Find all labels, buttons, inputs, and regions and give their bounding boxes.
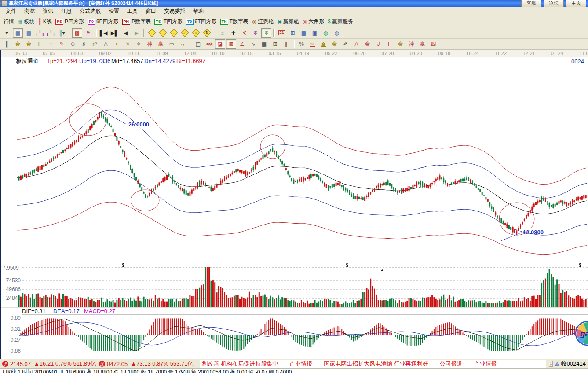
tool-gann-green-tool[interactable]: ❋ xyxy=(261,28,271,38)
menu-window[interactable]: 窗口 xyxy=(142,6,160,16)
draw-grid-tool[interactable]: ╫ xyxy=(2,39,12,49)
toolbar-winner-service[interactable]: $赢家服务 xyxy=(328,18,353,26)
draw-gold-grid[interactable]: 金 xyxy=(13,39,23,49)
draw-gold-line[interactable]: 金 xyxy=(329,39,340,49)
tool-first-page[interactable]: ▌◀ xyxy=(99,28,109,38)
tool-dia-right[interactable]: → xyxy=(158,28,168,38)
tool-next-bar[interactable]: ▶ xyxy=(131,28,142,38)
draw-fan-box[interactable]: ◪ xyxy=(215,39,225,49)
titlebar-button-forum[interactable]: 论坛 xyxy=(544,0,564,7)
menu-trade-entrust[interactable]: 交易委托 xyxy=(160,6,189,16)
draw-gold-red[interactable]: 金 xyxy=(362,39,373,49)
draw-a-lines[interactable]: A xyxy=(101,39,111,49)
toolbar-gann-wheel[interactable]: ◎江恩轮 xyxy=(252,18,274,26)
tool-bars-9[interactable]: ╻╹╷ xyxy=(46,28,56,38)
draw-star-burst[interactable]: ✳ xyxy=(123,39,133,49)
draw-si-angle[interactable]: 四 xyxy=(428,39,438,49)
toolbar-t-number-table[interactable]: TNT数字表 xyxy=(220,18,248,26)
menu-settings[interactable]: 设置 xyxy=(105,6,123,16)
tool-prev-bar[interactable]: ◀ xyxy=(121,28,131,38)
toolbar-winner-wheel[interactable]: ◉赢家轮 xyxy=(277,18,299,26)
draw-pen-red[interactable]: ✎ xyxy=(57,39,67,49)
toolbar-sectors[interactable]: ▦板块 xyxy=(18,18,34,26)
tool-net-refresh[interactable]: ◍ xyxy=(321,28,331,38)
tool-dia-v-shrink[interactable]: ⇅ xyxy=(202,28,212,38)
tool-dia-v-expand[interactable]: ↕ xyxy=(191,28,201,38)
toolbar-p-number-table[interactable]: PNP数字表 xyxy=(122,18,151,26)
draw-n-squared[interactable]: n² xyxy=(90,39,100,49)
draw-ying-tool[interactable]: 赢 xyxy=(156,39,166,49)
tool-notebook[interactable]: ▤ xyxy=(299,28,309,38)
chart-area[interactable]: 06-0307-0508-0309-0210-1111-0912-0801-10… xyxy=(0,50,588,359)
tool-quote-sheet[interactable]: ▤ xyxy=(24,28,34,38)
menu-formula-stock-picking[interactable]: 公式选股 xyxy=(76,6,105,16)
draw-ruler-125[interactable]: ▭ xyxy=(167,39,177,49)
spinner-down-icon[interactable]: ▾ xyxy=(550,364,551,366)
draw-star-box[interactable]: ❖ xyxy=(134,39,144,49)
tool-pattern-red[interactable]: ▩ xyxy=(72,28,82,38)
draw-wave-tool[interactable]: ∿ xyxy=(248,39,258,49)
stock-code-entry[interactable]: 收002414 xyxy=(561,360,586,368)
menu-tools[interactable]: 工具 xyxy=(123,6,142,16)
tool-bars-3[interactable]: ╷╹╻ xyxy=(35,28,45,38)
draw-j-angle[interactable]: J xyxy=(373,39,383,49)
draw-grid-numbered[interactable]: ⊞ xyxy=(270,39,280,49)
draw-shen-angle[interactable]: 神 xyxy=(406,39,416,49)
toolbar-kline[interactable]: ╫K线 xyxy=(38,18,52,26)
toolbar-p-square[interactable]: PSP四方形 xyxy=(55,18,84,26)
draw-gold-grid-2[interactable]: 金 xyxy=(24,39,34,49)
draw-brush-tool[interactable]: ✐ xyxy=(340,39,351,49)
menu-file[interactable]: 文件 xyxy=(2,6,20,16)
tool-dia-left[interactable]: ← xyxy=(147,28,157,38)
draw-fan-lines[interactable]: ⋘ xyxy=(204,39,214,49)
toolbar-quotes[interactable]: 行情 xyxy=(4,18,14,26)
tool-calculator[interactable]: ⊞ xyxy=(288,28,298,38)
menu-browse[interactable]: 浏览 xyxy=(20,6,39,16)
tool-flag-tool[interactable]: ⚑ xyxy=(83,28,93,38)
draw-target-tool[interactable]: ⌖ xyxy=(112,39,122,49)
menu-help[interactable]: 帮助 xyxy=(189,6,208,16)
tool-save[interactable]: ▣ xyxy=(310,28,320,38)
draw-compass-circle[interactable]: ⊕ xyxy=(68,39,78,49)
draw-angle-ray[interactable]: ∠ xyxy=(237,39,247,49)
toolbar-9p-square[interactable]: P99P四方形 xyxy=(88,18,119,26)
tool-window-pattern[interactable]: ▦ xyxy=(13,28,23,38)
draw-f-angle[interactable]: F xyxy=(384,39,394,49)
draw-percent-box[interactable]: % xyxy=(307,39,318,49)
draw-ying-angle[interactable]: 赢 xyxy=(417,39,427,49)
toolbar-t-square[interactable]: TST四方形 xyxy=(154,18,183,26)
tool-candle-style[interactable]: ║▾ xyxy=(57,28,67,38)
tool-crosshair-tool[interactable]: ✚ xyxy=(228,28,238,38)
tool-dia-h-expand[interactable]: ↔ xyxy=(169,28,179,38)
draw-gold-angle[interactable]: 金 xyxy=(395,39,405,49)
draw-spiral-tool[interactable]: ◔ xyxy=(46,39,56,49)
draw-grid-dense[interactable]: ▦ xyxy=(259,39,269,49)
draw-parallel-lines[interactable]: ∥ xyxy=(281,39,291,49)
tool-dia-h-shrink[interactable]: ⇄ xyxy=(180,28,190,38)
menu-gann[interactable]: 江恩 xyxy=(57,6,76,16)
tool-calendar[interactable]: 21 xyxy=(277,28,287,38)
draw-box-corner[interactable]: ◳ xyxy=(193,39,203,49)
chart-canvas[interactable]: 06-0307-0508-0309-0210-1111-0912-0801-10… xyxy=(1,50,588,359)
draw-percent-lines[interactable]: % xyxy=(296,39,307,49)
draw-gold-circle[interactable]: 金 xyxy=(318,39,329,49)
tool-net-user[interactable]: ◍ xyxy=(332,28,342,38)
tool-style-dropdown[interactable]: ▾ xyxy=(2,28,12,38)
tool-hand-tool[interactable]: ☝ xyxy=(217,28,227,38)
toolbar-9t-square[interactable]: T99T四方形 xyxy=(186,18,217,26)
tool-angle-pick-tool[interactable]: ∢ xyxy=(239,28,249,38)
tool-last-page[interactable]: ▶▌ xyxy=(110,28,120,38)
spinner-control[interactable]: ▴ ▾ xyxy=(549,361,553,367)
draw-width-measure[interactable]: ↔ xyxy=(178,39,188,49)
draw-f-grid[interactable]: F xyxy=(35,39,45,49)
news-ticker[interactable]: 利改善 机构布局促进持股集中 产业情报 国家电网出招扩大风电消纳 行业再迎利好 … xyxy=(200,360,546,368)
titlebar-button-service[interactable]: 客服 xyxy=(521,0,541,7)
menu-news[interactable]: 资讯 xyxy=(39,6,57,16)
toolbar-hexagon[interactable]: ◎六角形 xyxy=(303,18,324,26)
titlebar-button-home[interactable]: 主页 xyxy=(566,0,586,7)
tool-gann-purple-tool[interactable]: ❋ xyxy=(250,28,260,38)
draw-hatch-marks[interactable]: ♯ xyxy=(79,39,89,49)
draw-a-box[interactable]: A xyxy=(351,39,362,49)
draw-shen-tool[interactable]: 神 xyxy=(145,39,155,49)
draw-box-diagonals[interactable]: ⊠ xyxy=(226,39,236,49)
